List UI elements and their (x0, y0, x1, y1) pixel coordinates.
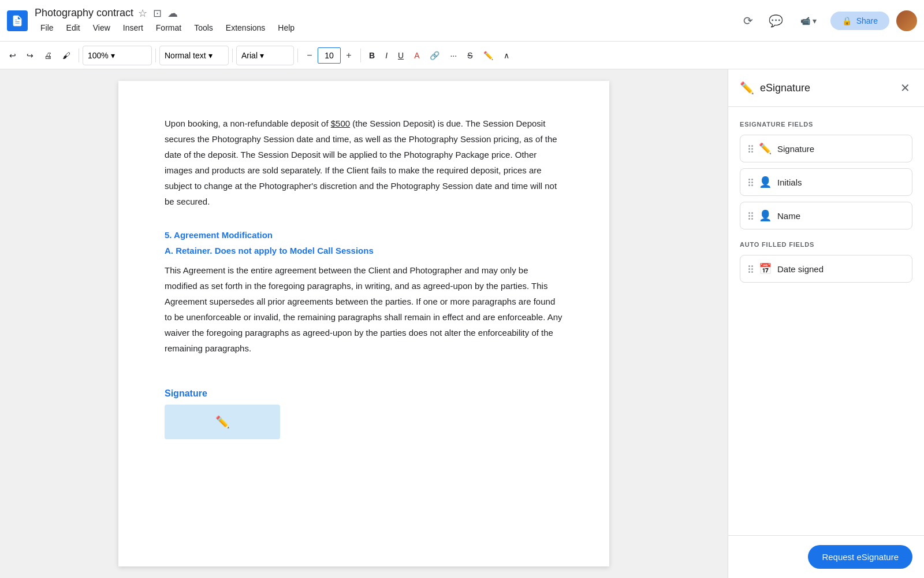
video-icon: 📹 (800, 16, 810, 25)
date-signed-field-label: Date signed (777, 264, 904, 274)
section5a-title: A. Retainer. Does not apply to Model Cal… (165, 246, 563, 255)
paint-format-button[interactable]: 🖌 (58, 46, 75, 65)
menu-edit[interactable]: Edit (61, 21, 86, 35)
menu-tools[interactable]: Tools (188, 21, 219, 35)
initials-field-icon: 👤 (759, 176, 772, 188)
chevron-down-icon: ▾ (260, 51, 264, 60)
chevron-down-icon: ▾ (813, 16, 817, 25)
highlight-button[interactable]: ✏️ (479, 46, 498, 65)
doc-icons: ☆ ⊡ ☁ (138, 7, 178, 20)
separator-2 (155, 49, 156, 62)
collapse-button[interactable]: ∧ (499, 46, 514, 65)
text-color-button[interactable]: A (409, 46, 424, 65)
more-button[interactable]: ··· (445, 46, 461, 65)
doc-title-area: Photography contract ☆ ⊡ ☁ File Edit Vie… (35, 7, 300, 35)
avatar[interactable] (896, 10, 917, 31)
font-dropdown[interactable]: Arial ▾ (236, 46, 294, 65)
agreement-paragraph: This Agreement is the entire agreement b… (165, 262, 563, 356)
font-size-increase[interactable]: + (341, 47, 357, 64)
sidebar-title: eSignature (760, 82, 810, 94)
redo-button[interactable]: ↪ (22, 46, 38, 65)
top-bar: Photography contract ☆ ⊡ ☁ File Edit Vie… (0, 0, 924, 42)
undo-button[interactable]: ↩ (5, 46, 21, 65)
drag-handle-name (748, 212, 753, 220)
sidebar-body: ESIGNATURE FIELDS ✏️ Signature 👤 (728, 107, 924, 535)
deposit-amount: $500 (331, 118, 350, 128)
print-button[interactable]: 🖨 (39, 46, 57, 65)
bold-button[interactable]: B (364, 46, 379, 65)
separator-5 (360, 49, 361, 62)
signature-label: Signature (165, 388, 563, 399)
esignature-sidebar: ✏️ eSignature ✕ ESIGNATURE FIELDS ✏️ Sig… (728, 69, 924, 578)
text-style-dropdown[interactable]: Normal text ▾ (159, 46, 229, 65)
sidebar-footer: Request eSignature (728, 535, 924, 578)
document-area: Upon booking, a non-refundable deposit o… (0, 69, 728, 578)
toolbar: ↩ ↪ 🖨 🖌 100% ▾ Normal text ▾ Arial ▾ − +… (0, 42, 924, 69)
history-icon[interactable]: ⟳ (738, 10, 759, 31)
meet-button[interactable]: 📹 ▾ (793, 13, 824, 29)
name-field-label: Name (777, 211, 904, 221)
drag-handle-signature (748, 145, 753, 153)
initials-field-label: Initials (777, 177, 904, 187)
lock-icon: 🔒 (842, 16, 852, 25)
menu-view[interactable]: View (87, 21, 116, 35)
font-size-input[interactable] (318, 47, 341, 64)
section5-title: 5. Agreement Modification (165, 230, 563, 240)
drag-handle-date (748, 265, 753, 273)
close-sidebar-button[interactable]: ✕ (898, 79, 912, 97)
share-button[interactable]: 🔒 Share (830, 12, 889, 30)
menu-insert[interactable]: Insert (117, 21, 149, 35)
name-field-item[interactable]: 👤 Name (740, 202, 912, 229)
link-button[interactable]: 🔗 (425, 46, 444, 65)
auto-filled-section: AUTO FILLED FIELDS 📅 Date signed (740, 241, 912, 283)
font-size-decrease[interactable]: − (301, 47, 318, 64)
text-style-value: Normal text (165, 51, 206, 60)
signature-field-item[interactable]: ✏️ Signature (740, 135, 912, 162)
signature-field-label: Signature (777, 144, 904, 154)
date-signed-field-icon: 📅 (759, 262, 772, 275)
doc-title: Photography contract (35, 7, 133, 19)
menu-extensions[interactable]: Extensions (220, 21, 271, 35)
cloud-icon[interactable]: ☁ (167, 7, 178, 20)
document-page: Upon booking, a non-refundable deposit o… (118, 81, 609, 566)
font-value: Arial (241, 51, 258, 60)
underline-button[interactable]: U (393, 46, 408, 65)
star-icon[interactable]: ☆ (138, 7, 147, 20)
zoom-value: 100% (88, 51, 109, 60)
sidebar-title-row: ✏️ eSignature (740, 81, 810, 95)
separator-3 (232, 49, 233, 62)
folder-icon[interactable]: ⊡ (153, 7, 162, 20)
pen-icon: ✏️ (215, 415, 230, 429)
signature-box[interactable]: ✏️ (165, 405, 280, 439)
signature-field-icon: ✏️ (759, 142, 772, 155)
italic-button[interactable]: I (381, 46, 392, 65)
date-signed-field-item[interactable]: 📅 Date signed (740, 255, 912, 283)
docs-logo (7, 10, 28, 31)
name-field-icon: 👤 (759, 209, 772, 222)
main-area: Upon booking, a non-refundable deposit o… (0, 69, 924, 578)
menu-file[interactable]: File (35, 21, 59, 35)
request-esignature-button[interactable]: Request eSignature (808, 545, 912, 569)
auto-filled-label: AUTO FILLED FIELDS (740, 241, 912, 248)
esignature-pen-icon: ✏️ (740, 81, 754, 95)
initials-field-item[interactable]: 👤 Initials (740, 168, 912, 196)
menu-bar: File Edit View Insert Format Tools Exten… (35, 21, 300, 35)
strikethrough-button[interactable]: S (463, 46, 477, 65)
esignature-fields-label: ESIGNATURE FIELDS (740, 121, 912, 128)
separator-1 (79, 49, 79, 62)
chevron-down-icon: ▾ (208, 51, 213, 60)
sidebar-header: ✏️ eSignature ✕ (728, 69, 924, 107)
drag-handle-initials (748, 179, 753, 186)
font-size-area: − + (301, 47, 357, 64)
menu-format[interactable]: Format (150, 21, 187, 35)
comments-icon[interactable]: 💬 (766, 10, 787, 31)
separator-4 (297, 49, 298, 62)
chevron-down-icon: ▾ (111, 51, 115, 60)
menu-help[interactable]: Help (272, 21, 300, 35)
deposit-paragraph: Upon booking, a non-refundable deposit o… (165, 116, 563, 209)
zoom-dropdown[interactable]: 100% ▾ (83, 46, 152, 65)
top-right-controls: ⟳ 💬 📹 ▾ 🔒 Share (738, 10, 917, 31)
